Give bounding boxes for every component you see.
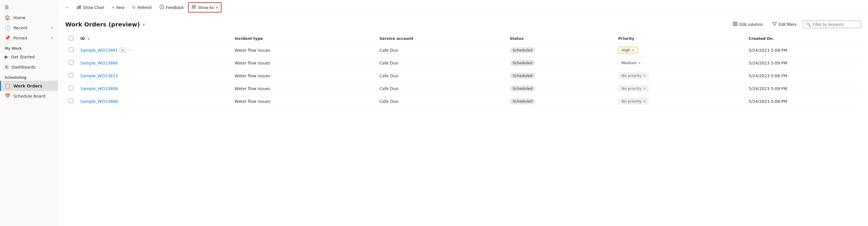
priority-badge[interactable]: Medium ∨ [618, 60, 644, 66]
row-incident-type: Water flow issues [231, 82, 376, 95]
work-orders-table: ID ↓ Incident type Service account Statu… [65, 33, 861, 108]
page-title-chevron-icon[interactable]: ∨ [142, 22, 145, 27]
page-title: Work Orders (preview) [65, 21, 140, 28]
work-orders-icon: 📋 [5, 83, 10, 88]
new-button[interactable]: + New [108, 3, 127, 12]
row-checkbox-2[interactable] [69, 73, 73, 78]
row-status: Scheduled [506, 44, 615, 57]
row-checkbox-cell [65, 44, 77, 57]
priority-chevron-icon: ∨ [643, 99, 646, 103]
sort-icon: ↓ [87, 37, 90, 41]
row-status: Scheduled [506, 82, 615, 95]
col-header-status: Status [506, 33, 615, 44]
schedule-board-icon: 📅 [5, 93, 10, 99]
priority-badge[interactable]: No priority ∨ [618, 98, 649, 105]
row-checkbox-4[interactable] [69, 99, 73, 103]
sidebar-item-recent[interactable]: 🕐 Recent ∨ [0, 23, 58, 33]
toolbar: ← Show Chart + New ↻ Refresh [58, 0, 868, 15]
priority-chevron-icon: ∨ [632, 48, 634, 52]
back-button[interactable]: ← [63, 3, 72, 12]
edit-columns-button[interactable]: Edit columns [730, 20, 766, 29]
play-icon: ▶ [5, 54, 8, 60]
status-badge: Scheduled [510, 73, 535, 79]
sidebar-item-home[interactable]: 🏠 Home [0, 12, 58, 23]
table-row: Sample_WO13941 ⊡ ··· Water flow issues C… [65, 44, 861, 57]
show-chart-button[interactable]: Show Chart [73, 3, 107, 12]
feedback-button[interactable]: Feedback [156, 3, 187, 12]
col-header-id: ID ↓ [77, 33, 231, 44]
row-created-on: 5/24/2023 5:08 PM [745, 69, 861, 82]
svg-rect-7 [192, 7, 196, 7]
scheduling-section-label: Scheduling [0, 72, 58, 81]
feedback-icon [159, 5, 164, 10]
row-created-on: 5/24/2023 5:09 PM [745, 57, 861, 69]
sidebar-item-work-orders[interactable]: 📋 Work Orders [0, 81, 58, 91]
svg-point-4 [161, 6, 162, 6]
home-icon: 🏠 [5, 15, 10, 20]
content-area: Work Orders (preview) ∨ Edit columns [58, 15, 868, 226]
row-id-cell: Sample_WO13941 ⊡ ··· [77, 44, 231, 57]
row-checkbox-3[interactable] [69, 86, 73, 90]
svg-rect-9 [733, 22, 734, 26]
svg-rect-5 [161, 7, 162, 8]
select-all-checkbox[interactable] [69, 36, 73, 40]
status-badge: Scheduled [510, 47, 535, 53]
work-order-link[interactable]: Sample_WO13806 [80, 99, 118, 104]
hamburger-icon[interactable]: ☰ [0, 2, 58, 12]
sidebar: ☰ 🏠 Home 🕐 Recent ∨ 📌 Pinned ∨ My Work ▶… [0, 0, 58, 226]
row-status: Scheduled [506, 95, 615, 108]
main-content: ← Show Chart + New ↻ Refresh [58, 0, 868, 226]
chevron-down-icon: ∨ [51, 36, 53, 40]
row-incident-type: Water flow issues [231, 44, 376, 57]
row-priority: High ∨ [615, 44, 745, 57]
row-status: Scheduled [506, 69, 615, 82]
svg-rect-0 [77, 7, 78, 9]
page-actions: Edit columns Edit filters 🔍 [730, 20, 861, 29]
status-badge: Scheduled [510, 98, 535, 104]
work-order-link[interactable]: Sample_WO13823 [80, 74, 118, 78]
priority-chevron-icon: ∨ [643, 86, 646, 90]
sidebar-item-get-started[interactable]: ▶ Get Started [0, 52, 58, 62]
row-checkbox-cell [65, 69, 77, 82]
work-order-link[interactable]: Sample_WO13808 [80, 86, 118, 91]
refresh-button[interactable]: ↻ Refresh [129, 3, 155, 12]
my-work-section-label: My Work [0, 43, 58, 52]
grid-icon: ⊞ [5, 64, 8, 70]
edit-filters-button[interactable]: Edit filters [769, 20, 799, 29]
priority-badge[interactable]: No priority ∨ [618, 72, 649, 79]
show-as-button[interactable]: Show As ∨ [188, 2, 221, 12]
chart-icon [76, 5, 81, 10]
row-checkbox-0[interactable] [69, 47, 73, 52]
row-status: Scheduled [506, 57, 615, 69]
row-service-account: Cafe Duo [376, 44, 506, 57]
row-created-on: 5/24/2023 5:09 PM [745, 82, 861, 95]
work-order-link[interactable]: Sample_WO13941 [80, 48, 118, 52]
priority-chevron-icon: ∨ [643, 74, 646, 78]
pin-icon: 📌 [5, 35, 10, 41]
recent-icon: 🕐 [5, 25, 10, 31]
row-created-on: 5/24/2023 5:08 PM [745, 95, 861, 108]
priority-badge[interactable]: No priority ∨ [618, 85, 649, 92]
row-service-account: Cafe Duo [376, 69, 506, 82]
col-header-service-account: Service account [376, 33, 506, 44]
filter-keyword-input[interactable] [813, 22, 858, 27]
sidebar-item-schedule-board[interactable]: 📅 Schedule Board [0, 91, 58, 101]
filter-input-container: 🔍 [803, 21, 861, 28]
row-priority: No priority ∨ [615, 95, 745, 108]
more-options-icon[interactable]: ··· [127, 47, 134, 53]
col-header-priority: Priority [615, 33, 745, 44]
chevron-down-icon: ∨ [216, 5, 218, 9]
row-checkbox-1[interactable] [69, 60, 73, 65]
row-checkbox-cell [65, 82, 77, 95]
page-header: Work Orders (preview) ∨ Edit columns [65, 20, 861, 29]
sidebar-item-dashboards[interactable]: ⊞ Dashboards [0, 62, 58, 72]
page-title-area: Work Orders (preview) ∨ [65, 21, 145, 28]
col-header-created-on: Created On [745, 33, 861, 44]
row-id-cell: Sample_WO13808 [77, 82, 231, 95]
status-badge: Scheduled [510, 60, 535, 66]
navigate-icon[interactable]: ⊡ [120, 47, 126, 53]
sidebar-item-pinned[interactable]: 📌 Pinned ∨ [0, 33, 58, 43]
priority-badge[interactable]: High ∨ [618, 47, 638, 53]
work-order-link[interactable]: Sample_WO13866 [80, 61, 118, 65]
row-incident-type: Water flow issues [231, 69, 376, 82]
